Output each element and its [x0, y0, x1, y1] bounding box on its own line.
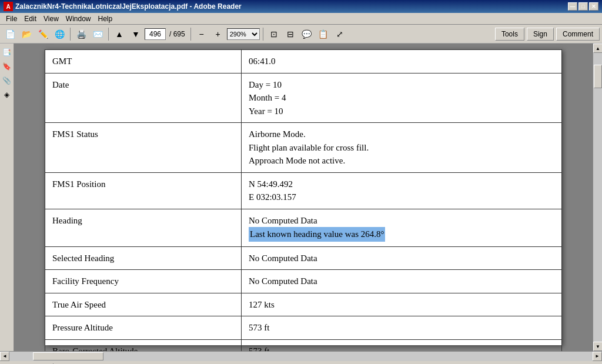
- scroll-thumb[interactable]: [594, 65, 602, 88]
- table-row: Selected Heading No Computed Data: [45, 246, 562, 270]
- pdf-area[interactable]: GMT 06:41.0 Date Day = 10 Month = 4 Year…: [14, 44, 593, 351]
- vertical-scrollbar[interactable]: ▲ ▼: [593, 44, 602, 351]
- maximize-button[interactable]: □: [578, 2, 588, 11]
- h-scroll-thumb[interactable]: [33, 352, 103, 360]
- label-baro-alt: Baro-Corrected Altitude: [45, 339, 242, 351]
- value-true-air-speed: 127 kts: [242, 293, 562, 316]
- menu-edit[interactable]: Edit: [21, 14, 40, 24]
- sign-button[interactable]: Sign: [527, 28, 554, 41]
- main-area: 📑 🔖 📎 ◈ GMT 06:41.0 Date Day = 10 Month …: [0, 44, 602, 351]
- status-bar: 8,50 x 11,00 in: [0, 360, 602, 364]
- label-pressure-alt: Pressure Altitude: [45, 316, 242, 340]
- toolbar-right: Tools Sign Comment: [495, 28, 600, 41]
- toolbar: 📄 📂 ✏️ 🌐 🖨️ ✉️ ▲ ▼ / 695 − + 290% 100% 1…: [0, 25, 602, 44]
- fit-width-button[interactable]: ⊟: [283, 26, 298, 42]
- bottom-area: ◄ ► 8,50 x 11,00 in: [0, 351, 602, 364]
- value-pressure-alt: 573 ft: [242, 316, 562, 340]
- label-fms1-status: FMS1 Status: [45, 123, 242, 173]
- separator-1: [70, 28, 71, 41]
- zoom-in-button[interactable]: +: [210, 26, 226, 42]
- value-gmt: 06:41.0: [242, 50, 562, 74]
- web-button[interactable]: 🌐: [52, 26, 67, 42]
- menu-help[interactable]: Help: [95, 14, 116, 24]
- value-baro-alt: 573 ft: [242, 339, 562, 351]
- separator-3: [190, 28, 191, 41]
- value-selected-heading: No Computed Data: [242, 246, 562, 270]
- label-selected-heading: Selected Heading: [45, 246, 242, 270]
- value-fms1-status: Airborne Mode. Flight plan available for…: [242, 123, 562, 173]
- data-table: GMT 06:41.0 Date Day = 10 Month = 4 Year…: [45, 49, 562, 351]
- stamp-button[interactable]: 📋: [316, 26, 331, 42]
- app-icon: A: [4, 2, 13, 11]
- next-page-button[interactable]: ▼: [128, 26, 143, 42]
- table-row: Facility Frequency No Computed Data: [45, 270, 562, 293]
- table-row-heading: Heading No Computed Data Last known head…: [45, 209, 562, 246]
- label-date: Date: [45, 73, 242, 123]
- pdf-page: GMT 06:41.0 Date Day = 10 Month = 4 Year…: [45, 49, 562, 345]
- minimize-button[interactable]: —: [568, 2, 577, 11]
- table-row: FMS1 Position N 54:49.492 E 032:03.157: [45, 172, 562, 209]
- horizontal-scrollbar[interactable]: ◄ ►: [0, 351, 602, 360]
- open-button[interactable]: 📂: [19, 26, 34, 42]
- window-title: ZalacznikNr4-TechnikaLotniczalJejEksploa…: [15, 2, 242, 11]
- menu-window[interactable]: Window: [62, 14, 95, 24]
- scroll-up-button[interactable]: ▲: [593, 44, 602, 53]
- label-fms1-position: FMS1 Position: [45, 172, 242, 209]
- page-number-input[interactable]: [145, 28, 166, 40]
- comment-button[interactable]: Comment: [556, 28, 600, 41]
- print-button[interactable]: 🖨️: [73, 26, 89, 42]
- close-button[interactable]: ✕: [589, 2, 598, 11]
- zoom-out-button[interactable]: −: [194, 26, 209, 42]
- menu-view[interactable]: View: [40, 14, 62, 24]
- edit-button[interactable]: ✏️: [35, 26, 51, 42]
- value-fms1-position: N 54:49.492 E 032:03.157: [242, 172, 562, 209]
- value-date: Day = 10 Month = 4 Year = 10: [242, 73, 562, 123]
- sidebar-btn-1[interactable]: 📑: [1, 46, 13, 59]
- menu-bar: File Edit View Window Help: [0, 13, 602, 25]
- menu-file[interactable]: File: [2, 14, 21, 24]
- scroll-track[interactable]: [593, 53, 602, 342]
- table-row: True Air Speed 127 kts: [45, 293, 562, 316]
- separator-4: [263, 28, 263, 41]
- sidebar-btn-2[interactable]: 🔖: [1, 60, 13, 73]
- label-gmt: GMT: [45, 50, 242, 74]
- scroll-right-button[interactable]: ►: [593, 352, 602, 361]
- sidebar-btn-3[interactable]: 📎: [1, 74, 13, 87]
- title-bar: A ZalacznikNr4-TechnikaLotniczalJejEkspl…: [0, 0, 602, 13]
- window-controls[interactable]: — □ ✕: [568, 2, 598, 11]
- scroll-down-button[interactable]: ▼: [593, 342, 602, 351]
- table-row: FMS1 Status Airborne Mode. Flight plan a…: [45, 123, 562, 173]
- table-row: Date Day = 10 Month = 4 Year = 10: [45, 73, 562, 123]
- sidebar-btn-4[interactable]: ◈: [1, 88, 13, 101]
- table-row: Pressure Altitude 573 ft: [45, 316, 562, 340]
- label-facility-freq: Facility Frequency: [45, 270, 242, 293]
- new-button[interactable]: 📄: [2, 26, 18, 42]
- h-scroll-track[interactable]: [9, 352, 593, 361]
- value-heading: No Computed Data Last known heading valu…: [242, 209, 562, 246]
- heading-highlight: Last known heading value was 264.8°: [249, 227, 385, 242]
- value-facility-freq: No Computed Data: [242, 270, 562, 293]
- scroll-left-button[interactable]: ◄: [0, 352, 9, 361]
- table-row: GMT 06:41.0: [45, 50, 562, 74]
- note-button[interactable]: 💬: [299, 26, 315, 42]
- table-row: Baro-Corrected Altitude 573 ft: [45, 339, 562, 351]
- sidebar: 📑 🔖 📎 ◈: [0, 44, 14, 351]
- prev-page-button[interactable]: ▲: [112, 26, 127, 42]
- label-heading: Heading: [45, 209, 242, 246]
- zoom-select[interactable]: 290% 100% 150%: [227, 28, 260, 40]
- tools-button[interactable]: Tools: [495, 28, 524, 41]
- email-button[interactable]: ✉️: [90, 26, 105, 42]
- fit-page-button[interactable]: ⊡: [266, 26, 282, 42]
- title-bar-left: A ZalacznikNr4-TechnikaLotniczalJejEkspl…: [4, 2, 242, 11]
- page-total: / 695: [167, 30, 188, 38]
- fullscreen-button[interactable]: ⤢: [332, 26, 347, 42]
- separator-2: [108, 28, 109, 41]
- label-true-air-speed: True Air Speed: [45, 293, 242, 316]
